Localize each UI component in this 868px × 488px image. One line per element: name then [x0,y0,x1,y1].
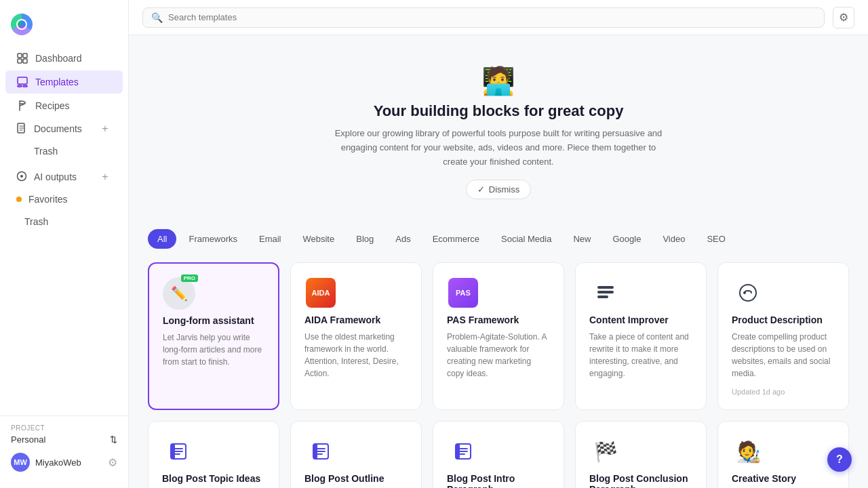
svg-point-13 [740,285,756,301]
sidebar-item-templates-label: Templates [35,77,79,87]
sidebar-item-documents[interactable]: Documents [16,123,98,136]
tab-ecommerce[interactable]: Ecommerce [423,229,489,249]
user-row[interactable]: MW MiyakoWeb ⚙ [11,453,117,472]
pro-badge: PRO [181,274,198,282]
card-longform[interactable]: ✏️ PRO Long-form assistant Let Jarvis he… [148,262,279,410]
card-blog-intro[interactable]: Blog Post Intro Paragraph Blast through … [433,421,564,488]
tab-social-media[interactable]: Social Media [492,229,561,249]
main-content: 🔍 ⚙ 🧑‍💻 Your building blocks for great c… [129,0,868,488]
sidebar-item-trash2[interactable]: Trash [5,211,123,232]
longform-icon: ✏️ [163,277,195,310]
card-blog-outline[interactable]: Blog Post Outline Create lists and outli… [290,421,422,488]
dismiss-button[interactable]: ✓ Dismiss [466,180,532,199]
card-title: Creative Story [732,473,835,484]
tab-frameworks[interactable]: Frameworks [179,229,247,249]
card-title: Blog Post Outline [304,473,408,484]
sidebar-item-recipes[interactable]: Recipes [5,94,123,117]
content-area: 🧑‍💻 Your building blocks for great copy … [129,35,868,488]
card-desc: Create compelling product descriptions t… [732,331,835,380]
favorites-dot-icon [16,197,22,202]
tab-all[interactable]: All [148,229,176,249]
templates-icon [16,76,28,88]
tab-seo[interactable]: SEO [697,229,734,249]
svg-rect-6 [23,85,27,87]
hero-banner: 🧑‍💻 Your building blocks for great copy … [148,52,849,213]
card-desc: Problem-Agitate-Solution. A valuable fra… [447,331,550,380]
cards-grid: ✏️ PRO Long-form assistant Let Jarvis he… [148,262,849,488]
topbar-right: ⚙ [833,7,854,28]
svg-rect-20 [456,444,460,459]
blog-intro-icon [447,435,479,468]
tab-new[interactable]: New [564,229,600,249]
card-content-improver[interactable]: Content Improver Take a piece of content… [575,262,707,410]
card-title: Blog Post Topic Ideas [162,473,265,484]
card-updated: Updated 1d ago [732,388,835,396]
tab-ads[interactable]: Ads [386,229,420,249]
card-title: AIDA Framework [304,314,408,325]
pas-icon: PAS [447,277,479,309]
sidebar-item-trash[interactable]: Trash [5,140,123,162]
dashboard-icon [16,52,28,64]
card-pas[interactable]: PAS PAS Framework Problem-Agitate-Soluti… [433,262,564,410]
product-desc-icon [732,277,764,309]
svg-rect-3 [23,59,27,63]
search-icon: 🔍 [151,12,163,23]
sidebar-item-dashboard[interactable]: Dashboard [5,47,123,70]
topbar: 🔍 ⚙ [129,0,868,35]
user-avatar: MW [11,453,30,472]
svg-rect-16 [171,444,175,459]
svg-rect-12 [597,296,608,298]
sidebar-item-templates[interactable]: Templates [5,70,123,94]
settings-icon[interactable]: ⚙ [108,456,117,469]
card-desc: Let Jarvis help you write long-form arti… [163,331,264,368]
svg-rect-1 [23,54,27,58]
ai-outputs-icon [16,171,27,184]
filter-icon: ⚙ [839,11,848,24]
app-logo [0,8,128,46]
hero-emoji: 🧑‍💻 [161,65,835,97]
project-name: Personal [11,434,45,445]
sidebar-item-recipes-label: Recipes [35,100,70,111]
sidebar-documents-section: Documents + [5,118,123,140]
card-product-description[interactable]: Product Description Create compelling pr… [717,262,849,410]
project-select[interactable]: Personal ⇅ [11,434,117,445]
tab-google[interactable]: Google [603,229,650,249]
card-title: Blog Post Conclusion Paragraph [589,473,692,488]
svg-rect-18 [313,444,317,459]
card-aida[interactable]: AIDA AIDA Framework Use the oldest marke… [290,262,422,410]
blog-outline-icon [304,435,337,468]
tab-video[interactable]: Video [653,229,694,249]
sidebar-item-favorites[interactable]: Favorites [5,188,123,210]
project-label: PROJECT [11,424,117,432]
logo-icon [11,14,33,35]
sidebar-footer: PROJECT Personal ⇅ MW MiyakoWeb ⚙ [0,415,128,480]
card-blog-conclusion[interactable]: 🏁 Blog Post Conclusion Paragraph Wrap up… [575,421,707,488]
help-button[interactable]: ? [827,447,852,472]
svg-point-9 [20,175,23,178]
tab-email[interactable]: Email [250,229,291,249]
sidebar-item-trash2-label: Trash [24,216,48,227]
card-title: Product Description [732,314,835,325]
svg-rect-0 [18,54,22,58]
tab-website[interactable]: Website [293,229,344,249]
blog-conclusion-icon: 🏁 [589,435,622,468]
filter-button[interactable]: ⚙ [833,7,854,28]
tab-blog[interactable]: Blog [347,229,383,249]
svg-rect-11 [597,291,614,293]
sidebar-item-ai-outputs[interactable]: AI outputs [16,171,98,184]
svg-point-14 [743,291,746,294]
add-ai-output-button[interactable]: + [98,170,112,184]
sidebar-item-documents-label: Documents [34,123,82,134]
sidebar-item-ai-outputs-label: AI outputs [34,171,77,182]
card-title: PAS Framework [447,314,550,325]
recipes-icon [16,100,28,112]
search-wrap[interactable]: 🔍 [142,7,825,28]
documents-icon [16,123,27,136]
sidebar-item-dashboard-label: Dashboard [35,53,82,64]
card-desc: Use the oldest marketing framework in th… [304,331,408,380]
add-document-button[interactable]: + [98,122,112,136]
card-blog-topic[interactable]: Blog Post Topic Ideas Brainstorm new blo… [148,421,279,488]
checkmark-icon: ✓ [477,184,485,195]
search-input[interactable] [168,12,816,22]
sidebar: Dashboard Templates Recipes [0,0,129,488]
